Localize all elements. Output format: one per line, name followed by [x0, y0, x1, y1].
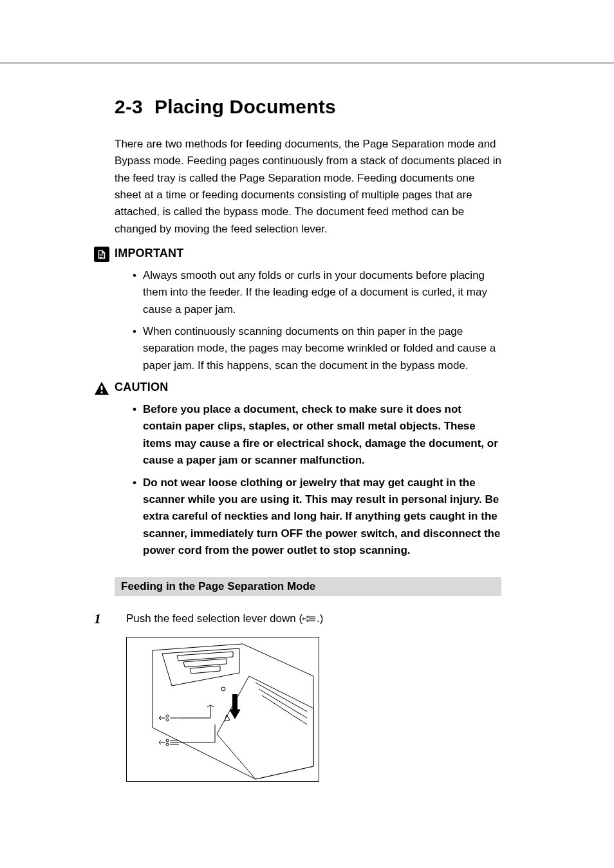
caution-callout: CAUTION: [94, 381, 501, 396]
section-heading: 2-3Placing Documents: [115, 96, 501, 118]
page-content: 2-3Placing Documents There are two metho…: [0, 64, 614, 782]
caution-label: CAUTION: [115, 381, 168, 394]
important-label: IMPORTANT: [115, 247, 183, 260]
svg-rect-1: [101, 392, 103, 393]
separation-mode-icon: [302, 611, 317, 628]
step-1: 1 Push the feed selection lever down (.): [94, 610, 501, 628]
list-item: Do not wear loose clothing or jewelry th…: [133, 475, 501, 560]
svg-point-7: [166, 739, 169, 742]
list-item: Before you place a document, check to ma…: [133, 401, 501, 469]
important-icon: [94, 247, 109, 262]
svg-point-8: [166, 743, 169, 746]
important-callout: IMPORTANT: [94, 247, 501, 262]
step-text: Push the feed selection lever down (.): [115, 610, 323, 628]
important-list: Always smooth out any folds or curls in …: [133, 267, 501, 374]
caution-icon: [94, 381, 109, 396]
step-number: 1: [94, 610, 115, 627]
step-text-after: .): [317, 612, 323, 625]
step-1-figure: [126, 637, 319, 782]
intro-paragraph: There are two methods for feeding docume…: [115, 136, 501, 238]
subheading: Feeding in the Page Separation Mode: [115, 577, 501, 596]
section-number: 2-3: [115, 96, 143, 118]
section-title-text: Placing Documents: [154, 96, 336, 117]
svg-point-2: [307, 616, 309, 618]
list-item: When continuously scanning documents on …: [133, 323, 501, 374]
step-text-before: Push the feed selection lever down (: [126, 612, 302, 625]
caution-list: Before you place a document, check to ma…: [133, 401, 501, 559]
list-item: Always smooth out any folds or curls in …: [133, 267, 501, 318]
svg-rect-0: [101, 386, 103, 390]
svg-point-3: [307, 619, 309, 621]
